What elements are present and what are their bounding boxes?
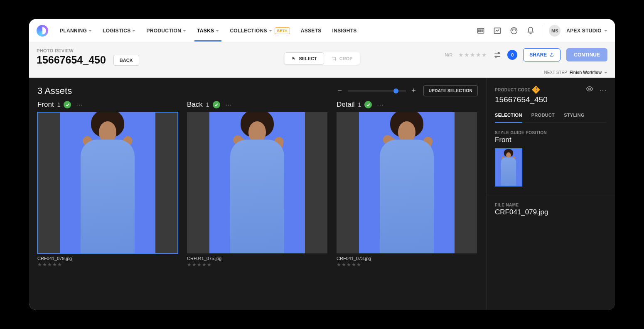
asset-thumbnail[interactable] [37, 112, 178, 253]
barcode-icon[interactable] [476, 26, 485, 35]
next-step[interactable]: NEXT STEP Finish Workflow [544, 70, 607, 75]
nav-label: PLANNING [60, 28, 87, 34]
zoom-thumb[interactable] [393, 88, 398, 93]
asset-card: Back 1 ⋯ CRF041_075.jpg ★★★★★ [187, 101, 327, 268]
bell-icon[interactable] [526, 26, 535, 35]
share-icon [549, 52, 554, 57]
sliders-icon[interactable] [493, 51, 501, 59]
chevron-down-icon [604, 72, 607, 74]
nav-logistics[interactable]: LOGISTICS [103, 20, 135, 41]
product-code-value: 15667654_450 [495, 95, 607, 104]
nav-collections[interactable]: COLLECTIONSBETA [230, 20, 290, 42]
position-thumbnail[interactable] [495, 148, 522, 187]
chevron-down-icon [216, 30, 219, 32]
asset-rating[interactable]: ★★★★★ [187, 262, 327, 268]
asset-filename: CRF041_075.jpg [187, 256, 327, 261]
nav-production[interactable]: PRODUCTION [146, 20, 186, 41]
more-icon[interactable]: ⋯ [225, 101, 232, 109]
more-icon[interactable]: ⋯ [76, 101, 83, 109]
chevron-down-icon [604, 30, 607, 32]
next-step-label: NEXT STEP [544, 70, 567, 75]
studio-name: APEX STUDIO [566, 28, 602, 34]
more-icon[interactable]: ⋯ [377, 101, 383, 109]
asset-thumbnail[interactable] [187, 112, 327, 253]
svg-point-8 [589, 88, 591, 90]
asset-filename: CRF041_073.jpg [337, 256, 477, 261]
warning-icon [532, 86, 540, 94]
card-count: 1 [57, 101, 61, 108]
asset-card: Front 1 ⋯ CRF041_079.jpg ★★★★★ [37, 101, 178, 268]
asset-rating[interactable]: ★★★★★ [337, 262, 477, 268]
select-mode-button[interactable]: SELECT [284, 52, 324, 65]
metrics-icon[interactable] [493, 26, 502, 35]
tab-product[interactable]: PRODUCT [531, 113, 555, 123]
top-nav: PLANNING LOGISTICS PRODUCTION TASKS COLL… [29, 19, 615, 42]
gallery: 3 Assets − + UPDATE SELECTION Front 1 [29, 78, 486, 310]
nav-tasks[interactable]: TASKS [197, 20, 219, 41]
nav-label: PRODUCTION [146, 28, 181, 34]
nav-icon-group [476, 26, 535, 35]
filename-label: FILE NAME [495, 203, 607, 207]
crop-mode-button[interactable]: CROP [324, 52, 360, 65]
tab-styling[interactable]: STYLING [564, 113, 585, 123]
back-button[interactable]: BACK [113, 55, 139, 66]
chevron-down-icon [269, 30, 272, 32]
user-avatar[interactable]: MS [549, 25, 560, 37]
asset-card: Detail 1 ⋯ CRF041_073.jpg ★★★★★ [337, 101, 477, 268]
position-label: STYLE GUIDE POSITION [495, 130, 607, 135]
nav-insights[interactable]: INSIGHTS [332, 20, 357, 41]
card-count: 1 [358, 101, 361, 108]
more-icon[interactable]: ⋯ [599, 85, 607, 94]
asset-rating[interactable]: ★★★★★ [37, 262, 178, 268]
zoom-in-icon[interactable]: + [410, 86, 418, 95]
nav-label: COLLECTIONS [230, 28, 267, 34]
brand-logo[interactable] [37, 25, 48, 37]
svg-point-5 [515, 29, 516, 30]
segment-label: CROP [339, 56, 353, 61]
rpanel-tabs: SELECTION PRODUCT STYLING [495, 113, 607, 123]
zoom-slider[interactable]: − + [336, 86, 418, 95]
continue-button[interactable]: CONTINUE [566, 48, 607, 61]
position-value: Front [495, 136, 607, 144]
card-title: Back [187, 101, 203, 109]
check-icon [64, 101, 71, 108]
rating-prefix: N/R [445, 52, 452, 57]
product-code-label: PRODUCT CODE [495, 87, 539, 93]
assets-count-title: 3 Assets [37, 86, 72, 96]
segment-label: SELECT [299, 56, 317, 61]
svg-point-6 [498, 52, 499, 54]
main-area: 3 Assets − + UPDATE SELECTION Front 1 [29, 78, 615, 310]
divider [542, 25, 542, 37]
nav-assets[interactable]: ASSETS [301, 20, 322, 41]
rating-stars[interactable]: ★★★★★ [458, 52, 487, 58]
tab-selection[interactable]: SELECTION [495, 113, 522, 123]
asset-thumbnail[interactable] [337, 112, 477, 253]
nav-planning[interactable]: PLANNING [60, 20, 92, 41]
cursor-icon [291, 56, 296, 61]
share-button[interactable]: SHARE [523, 48, 560, 61]
nav-label: ASSETS [301, 28, 322, 34]
zoom-out-icon[interactable]: − [336, 86, 344, 95]
update-selection-button[interactable]: UPDATE SELECTION [423, 85, 478, 96]
crop-icon [332, 56, 337, 61]
label-text: PRODUCT CODE [495, 88, 531, 92]
check-icon [213, 101, 220, 108]
divider [487, 195, 615, 195]
chevron-down-icon [88, 30, 92, 32]
count-badge[interactable]: 0 [507, 50, 517, 60]
mode-segmented-control: SELECT CROP [284, 52, 360, 65]
eye-icon[interactable] [586, 85, 593, 94]
svg-point-7 [495, 56, 497, 57]
check-icon [364, 101, 372, 108]
app-window: PLANNING LOGISTICS PRODUCTION TASKS COLL… [29, 19, 615, 310]
page-title: 15667654_450 [37, 54, 106, 66]
zoom-track[interactable] [348, 91, 406, 91]
nav-label: TASKS [197, 28, 214, 34]
asset-filename: CRF041_079.jpg [37, 256, 178, 261]
subheader: PHOTO REVIEW 15667654_450 BACK SELECT CR… [29, 42, 615, 78]
studio-switcher[interactable]: APEX STUDIO [566, 28, 607, 34]
chevron-down-icon [183, 30, 186, 32]
nav-label: INSIGHTS [332, 28, 357, 34]
palette-icon[interactable] [509, 26, 519, 35]
nav-links: PLANNING LOGISTICS PRODUCTION TASKS COLL… [60, 20, 357, 42]
